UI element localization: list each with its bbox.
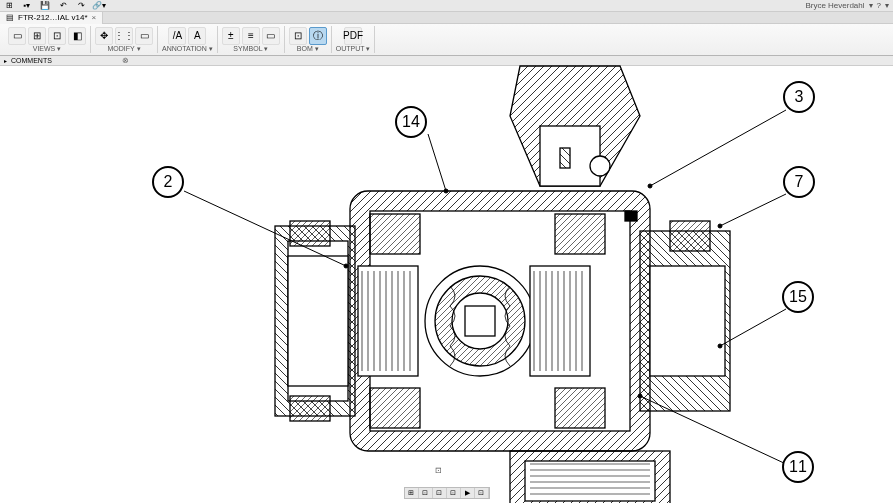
view-control-button[interactable]: ▶ bbox=[461, 488, 475, 498]
svg-rect-15 bbox=[358, 266, 418, 376]
ribbon-group-output: PDFOUTPUT ▾ bbox=[332, 26, 376, 53]
balloon-2[interactable]: 2 bbox=[152, 166, 184, 198]
svg-rect-6 bbox=[650, 266, 725, 376]
ribbon: ▭⊞⊡◧VIEWS ▾✥⋮⋮▭MODIFY ▾/AAANNOTATION ▾±≡… bbox=[0, 24, 893, 56]
file-icon[interactable]: ▪▾ bbox=[22, 1, 32, 11]
svg-line-56 bbox=[720, 194, 786, 226]
balloon-3[interactable]: 3 bbox=[783, 81, 815, 113]
svg-rect-37 bbox=[370, 388, 420, 428]
ribbon-button[interactable]: ◧ bbox=[68, 27, 86, 45]
help-icon[interactable]: ? bbox=[877, 1, 881, 10]
balloon-7[interactable]: 7 bbox=[783, 166, 815, 198]
svg-point-55 bbox=[648, 184, 652, 188]
ribbon-group-annotation: /AAANNOTATION ▾ bbox=[158, 26, 218, 53]
ribbon-group-label[interactable]: VIEWS ▾ bbox=[33, 45, 62, 53]
ribbon-button[interactable]: ± bbox=[222, 27, 240, 45]
svg-rect-35 bbox=[370, 214, 420, 254]
ribbon-button[interactable]: ≡ bbox=[242, 27, 260, 45]
ribbon-group-modify: ✥⋮⋮▭MODIFY ▾ bbox=[91, 26, 158, 53]
more-dropdown-icon[interactable]: ▾ bbox=[885, 1, 889, 10]
comments-close-icon[interactable]: ⊗ bbox=[122, 56, 129, 65]
svg-point-53 bbox=[344, 264, 348, 268]
ribbon-button[interactable]: ⊡ bbox=[289, 27, 307, 45]
svg-rect-25 bbox=[530, 266, 590, 376]
ribbon-button[interactable]: ⋮⋮ bbox=[115, 27, 133, 45]
ribbon-button[interactable]: ▭ bbox=[8, 27, 26, 45]
svg-point-61 bbox=[638, 394, 642, 398]
ribbon-button[interactable]: A bbox=[188, 27, 206, 45]
app-menu-icon[interactable]: ⊞ bbox=[4, 1, 14, 11]
undo-icon[interactable]: ↶ bbox=[58, 1, 68, 11]
comments-bar[interactable]: ▸ COMMENTS ⊗ bbox=[0, 56, 893, 66]
ribbon-button[interactable]: ⓘ bbox=[309, 27, 327, 45]
svg-rect-48 bbox=[560, 148, 570, 168]
svg-rect-4 bbox=[288, 256, 348, 386]
mechanical-drawing bbox=[0, 66, 893, 503]
ribbon-button[interactable]: ▭ bbox=[262, 27, 280, 45]
svg-point-57 bbox=[718, 224, 722, 228]
ribbon-group-label[interactable]: OUTPUT ▾ bbox=[336, 45, 371, 53]
svg-rect-8 bbox=[290, 396, 330, 421]
tabbar: ▤ FTR-212…IAL v14* × bbox=[0, 12, 893, 24]
titlebar: ⊞ ▪▾ 💾 ↶ ↷ 🔗▾ Bryce Heverdahl ▾ ? ▾ bbox=[0, 0, 893, 12]
comments-toggle-icon[interactable]: ▸ bbox=[4, 57, 7, 64]
ribbon-button[interactable]: ✥ bbox=[95, 27, 113, 45]
svg-rect-14 bbox=[465, 306, 495, 336]
comments-label: COMMENTS bbox=[11, 57, 52, 64]
view-control-button[interactable]: ⊡ bbox=[447, 488, 461, 498]
svg-line-50 bbox=[428, 134, 446, 191]
origin-marker: ⊡ bbox=[435, 466, 442, 475]
ribbon-group-views: ▭⊞⊡◧VIEWS ▾ bbox=[4, 26, 91, 53]
drawing-canvas[interactable]: 142371511 ⊡ ⊞⊡⊡⊡▶⊡ bbox=[0, 66, 893, 503]
ribbon-group-bom: ⊡ⓘBOM ▾ bbox=[285, 26, 332, 53]
ribbon-button[interactable]: ⊞ bbox=[28, 27, 46, 45]
balloon-15[interactable]: 15 bbox=[782, 281, 814, 313]
svg-rect-49 bbox=[625, 211, 637, 221]
svg-rect-36 bbox=[555, 214, 605, 254]
view-control-button[interactable]: ⊡ bbox=[419, 488, 433, 498]
tab-label: FTR-212…IAL v14* bbox=[18, 13, 88, 22]
balloon-11[interactable]: 11 bbox=[782, 451, 814, 483]
ribbon-button[interactable]: ⊡ bbox=[48, 27, 66, 45]
ribbon-group-label[interactable]: SYMBOL ▾ bbox=[233, 45, 268, 53]
user-name[interactable]: Bryce Heverdahl bbox=[805, 1, 864, 10]
bottom-toolbar: ⊞⊡⊡⊡▶⊡ bbox=[404, 487, 490, 499]
tab-doc-icon: ▤ bbox=[6, 13, 14, 22]
ribbon-button[interactable]: /A bbox=[168, 27, 186, 45]
ribbon-group-label[interactable]: MODIFY ▾ bbox=[107, 45, 140, 53]
svg-rect-7 bbox=[290, 221, 330, 246]
ribbon-group-label[interactable]: ANNOTATION ▾ bbox=[162, 45, 213, 53]
svg-line-54 bbox=[650, 110, 786, 186]
balloon-14[interactable]: 14 bbox=[395, 106, 427, 138]
svg-point-51 bbox=[444, 189, 448, 193]
view-control-button[interactable]: ⊞ bbox=[405, 488, 419, 498]
ribbon-group-label[interactable]: BOM ▾ bbox=[297, 45, 319, 53]
save-icon[interactable]: 💾 bbox=[40, 1, 50, 11]
redo-icon[interactable]: ↷ bbox=[76, 1, 86, 11]
view-control-button[interactable]: ⊡ bbox=[433, 488, 447, 498]
link-icon[interactable]: 🔗▾ bbox=[94, 1, 104, 11]
document-tab[interactable]: ▤ FTR-212…IAL v14* × bbox=[0, 12, 103, 24]
svg-rect-38 bbox=[555, 388, 605, 428]
svg-rect-41 bbox=[525, 461, 655, 501]
ribbon-button[interactable]: ▭ bbox=[135, 27, 153, 45]
svg-point-59 bbox=[718, 344, 722, 348]
user-dropdown-icon[interactable]: ▾ bbox=[869, 1, 873, 10]
ribbon-button[interactable]: PDF bbox=[344, 27, 362, 45]
svg-rect-39 bbox=[670, 221, 710, 251]
view-control-button[interactable]: ⊡ bbox=[475, 488, 489, 498]
ribbon-group-symbol: ±≡▭SYMBOL ▾ bbox=[218, 26, 285, 53]
tab-close-icon[interactable]: × bbox=[92, 13, 97, 22]
svg-point-10 bbox=[590, 156, 610, 176]
